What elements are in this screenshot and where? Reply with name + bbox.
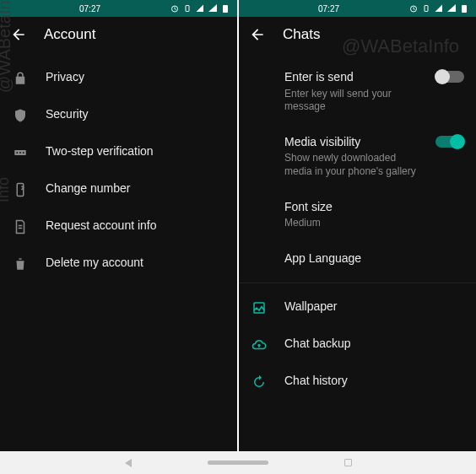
- page-title: Chats: [283, 26, 320, 43]
- status-time: 07:27: [318, 4, 339, 13]
- wallpaper-icon: [252, 300, 267, 315]
- setting-app-language[interactable]: App Language: [239, 240, 476, 277]
- account-list: Privacy Security Two-step verification C…: [0, 52, 237, 288]
- nav-back-icon[interactable]: [125, 459, 132, 467]
- setting-security[interactable]: Security: [0, 96, 237, 133]
- nav-recent-icon[interactable]: [344, 459, 352, 466]
- app-header: Chats: [239, 17, 476, 52]
- signal-icon: [208, 3, 218, 13]
- setting-delete-account[interactable]: Delete my account: [0, 245, 237, 282]
- alarm-icon: [408, 3, 419, 13]
- trash-icon: [13, 256, 28, 272]
- setting-label: Font size: [284, 199, 464, 216]
- setting-label: Media visibility: [284, 134, 419, 151]
- right-screen: @WABetaInfo P 07:27 Chats Enter is se: [239, 0, 476, 451]
- chats-list: Enter is send Enter key will send your m…: [239, 52, 476, 407]
- svg-rect-9: [17, 184, 24, 197]
- setting-label: Security: [46, 106, 225, 123]
- left-screen: @WABetaInfo Info P 07:27 Account Pr: [0, 0, 237, 451]
- setting-enter-is-send[interactable]: Enter is send Enter key will send your m…: [239, 59, 476, 124]
- setting-wallpaper[interactable]: Wallpaper: [239, 288, 476, 326]
- setting-privacy[interactable]: Privacy: [0, 59, 237, 96]
- setting-subtitle: Medium: [284, 217, 464, 230]
- shield-icon: [13, 108, 28, 123]
- network-icon: [434, 3, 444, 13]
- svg-point-8: [23, 152, 24, 154]
- divider: [239, 283, 476, 283]
- nav-home-icon[interactable]: [208, 461, 268, 465]
- setting-font-size[interactable]: Font size Medium: [239, 189, 476, 240]
- signal-icon: [446, 3, 457, 13]
- setting-label: Wallpaper: [284, 299, 464, 315]
- phone-icon: [13, 182, 28, 197]
- svg-rect-13: [425, 6, 428, 12]
- status-bar: P 07:27: [0, 0, 237, 17]
- setting-request-info[interactable]: Request account info: [0, 207, 237, 245]
- network-icon: [195, 3, 205, 13]
- lock-icon: [13, 71, 28, 86]
- setting-label: Chat history: [284, 373, 464, 390]
- setting-label: Enter is send: [284, 69, 419, 86]
- battery-icon: [220, 3, 230, 13]
- history-icon: [252, 374, 267, 390]
- setting-label: App Language: [284, 250, 464, 267]
- svg-point-6: [16, 152, 18, 154]
- status-time: 07:27: [79, 4, 100, 13]
- setting-two-step[interactable]: Two-step verification: [0, 133, 237, 170]
- setting-label: Privacy: [46, 69, 225, 86]
- setting-label: Change number: [46, 180, 225, 197]
- setting-subtitle: Show newly downloaded media in your phon…: [284, 152, 419, 178]
- vibrate-icon: [182, 3, 192, 13]
- app-header: Account: [0, 17, 237, 52]
- svg-point-7: [19, 152, 21, 154]
- cloud-up-icon: [252, 337, 267, 353]
- status-bar: P 07:27: [239, 0, 476, 17]
- document-icon: [13, 219, 28, 234]
- vibrate-icon: [421, 3, 431, 13]
- setting-chat-backup[interactable]: Chat backup: [239, 326, 476, 363]
- setting-label: Delete my account: [46, 255, 225, 272]
- toggle-switch[interactable]: [435, 71, 464, 83]
- svg-rect-4: [223, 5, 228, 13]
- alarm-icon: [170, 3, 180, 13]
- svg-rect-14: [462, 5, 467, 13]
- setting-media-visibility[interactable]: Media visibility Show newly downloaded m…: [239, 124, 476, 189]
- setting-chat-history[interactable]: Chat history: [239, 363, 476, 400]
- battery-icon: [459, 3, 469, 13]
- setting-label: Request account info: [46, 218, 225, 234]
- android-nav-bar: [0, 451, 476, 474]
- setting-subtitle: Enter key will send your message: [284, 88, 419, 114]
- pin-icon: [13, 145, 28, 160]
- setting-change-number[interactable]: Change number: [0, 170, 237, 207]
- back-arrow-icon[interactable]: [249, 26, 266, 43]
- svg-rect-3: [186, 6, 189, 12]
- setting-label: Chat backup: [284, 336, 464, 353]
- setting-label: Two-step verification: [46, 143, 225, 160]
- toggle-switch[interactable]: [435, 136, 464, 148]
- back-arrow-icon[interactable]: [10, 26, 27, 43]
- page-title: Account: [44, 26, 95, 43]
